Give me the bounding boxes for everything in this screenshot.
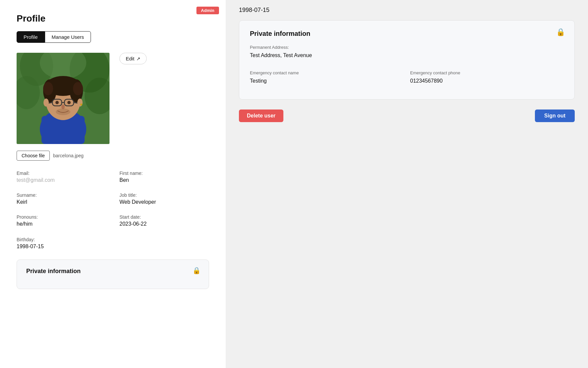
birthday-row: Birthday: 1998-07-15 (17, 237, 209, 250)
job-title-value: Web Developer (119, 199, 209, 205)
first-name-field-group: First name: Ben (119, 171, 209, 183)
edit-icon: ↗ (136, 56, 140, 61)
right-panel: 1998-07-15 🔒 Private information Permane… (226, 0, 588, 368)
fields-grid: Email: test@gmail.com First name: Ben Su… (17, 171, 209, 227)
first-name-value: Ben (119, 177, 209, 183)
delete-user-button[interactable]: Delete user (239, 110, 283, 122)
job-title-label: Job title: (119, 192, 209, 198)
private-info-title-left: Private information (26, 268, 199, 275)
svg-point-23 (56, 109, 70, 115)
pronouns-label: Pronouns: (17, 214, 106, 220)
emergency-contact-phone-value: 01234567890 (410, 78, 564, 84)
birthday-value: 1998-07-15 (17, 244, 209, 250)
start-date-field-group: Start date: 2023-06-22 (119, 214, 209, 227)
surname-label: Surname: (17, 192, 106, 198)
tab-manage-users[interactable]: Manage Users (45, 31, 91, 43)
svg-point-20 (55, 101, 59, 104)
svg-point-26 (80, 104, 82, 106)
first-name-label: First name: (119, 171, 209, 176)
permanent-address-value: Test Address, Test Avenue (250, 52, 564, 58)
email-field-group: Email: test@gmail.com (17, 171, 106, 183)
profile-photo (17, 53, 110, 144)
permanent-address-label: Permanent Address: (250, 45, 564, 50)
right-private-title: Private information (250, 30, 564, 37)
svg-point-14 (73, 82, 83, 95)
action-row: Delete user Sign out (239, 106, 575, 125)
surname-value: Keirl (17, 199, 106, 205)
emergency-contact-name-value: Testing (250, 78, 404, 84)
emergency-name-group: Emergency contact name Testing (250, 70, 404, 90)
file-name: barcelona.jpeg (53, 153, 84, 158)
birthday-top: 1998-07-15 (239, 3, 575, 14)
right-private-card: 🔒 Private information Permanent Address:… (239, 20, 575, 100)
start-date-value: 2023-06-22 (119, 221, 209, 227)
job-title-field-group: Job title: Web Developer (119, 192, 209, 205)
surname-field-group: Surname: Keirl (17, 192, 106, 205)
emergency-phone-group: Emergency contact phone 01234567890 (410, 70, 564, 90)
sign-out-button[interactable]: Sign out (535, 110, 575, 122)
tab-profile[interactable]: Profile (17, 31, 45, 43)
private-two-col: Emergency contact name Testing Emergency… (250, 70, 564, 90)
file-input-row: Choose file barcelona.jpeg (17, 151, 209, 161)
page-title: Profile (17, 13, 209, 24)
pronouns-value: he/him (17, 221, 106, 227)
pronouns-field-group: Pronouns: he/him (17, 214, 106, 227)
lock-icon-right: 🔒 (556, 28, 565, 37)
emergency-contact-phone-label: Emergency contact phone (410, 70, 564, 75)
edit-label: Edit (126, 56, 134, 61)
tab-bar: Profile Manage Users (17, 31, 209, 43)
admin-badge: Admin (196, 7, 219, 14)
svg-point-22 (61, 105, 65, 109)
email-value: test@gmail.com (17, 177, 106, 183)
profile-photo-section: Edit ↗ (17, 53, 209, 144)
email-label: Email: (17, 171, 106, 176)
private-info-card-left: 🔒 Private information (17, 259, 209, 289)
birthday-label: Birthday: (17, 237, 209, 242)
svg-point-24 (43, 99, 49, 107)
lock-icon-left: 🔒 (192, 266, 201, 274)
emergency-contact-name-label: Emergency contact name (250, 70, 404, 75)
svg-point-13 (43, 82, 53, 95)
edit-button[interactable]: Edit ↗ (119, 53, 147, 64)
choose-file-button[interactable]: Choose file (17, 151, 50, 161)
svg-point-21 (67, 101, 71, 104)
start-date-label: Start date: (119, 214, 209, 220)
left-panel: Admin Profile Profile Manage Users (0, 0, 226, 368)
